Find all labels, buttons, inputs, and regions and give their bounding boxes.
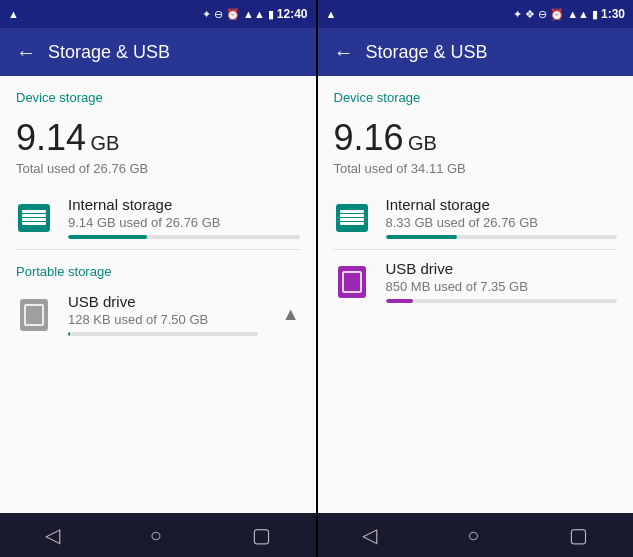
internal-storage-sub-1: 9.14 GB used of 26.76 GB <box>68 215 300 230</box>
usb-progress-fill-2 <box>386 299 414 303</box>
used-gb-unit-1: GB <box>91 132 120 154</box>
status-bar-2: ▲ ✦ ❖ ⊖ ⏰ ▲▲ ▮ 1:30 <box>318 0 634 28</box>
battery-icon-2: ▮ <box>592 8 598 21</box>
battery-icon-1: ▮ <box>268 8 274 21</box>
internal-storage-name-2: Internal storage <box>386 196 618 213</box>
internal-storage-info-2: Internal storage 8.33 GB used of 26.76 G… <box>386 196 618 239</box>
back-button-2[interactable]: ← <box>334 41 354 64</box>
nav-home-2[interactable]: ○ <box>467 524 479 547</box>
nav-recent-2[interactable]: ▢ <box>569 523 588 547</box>
usb-icon-shape-2 <box>338 266 366 298</box>
header-2: ← Storage & USB <box>318 28 634 76</box>
usb-drive-info-1: USB drive 128 KB used of 7.50 GB <box>68 293 258 336</box>
status-time-2: 1:30 <box>601 7 625 21</box>
status-icons-left-2: ▲ <box>326 8 337 20</box>
used-gb-unit-2: GB <box>408 132 437 154</box>
status-icons-right-2: ✦ ❖ ⊖ ⏰ ▲▲ ▮ 1:30 <box>513 7 625 21</box>
device-storage-label-1: Device storage <box>0 76 316 109</box>
usb-drive-icon-1 <box>16 297 52 333</box>
signal-bars-2: ▲▲ <box>567 8 589 20</box>
minus-icon-1: ⊖ <box>214 8 223 21</box>
dropbox-icon-2: ❖ <box>525 8 535 21</box>
total-used-2: Total used of 34.11 GB <box>318 159 634 186</box>
nav-recent-1[interactable]: ▢ <box>252 523 271 547</box>
used-gb-display-1: 9.14 GB <box>0 109 316 159</box>
internal-progress-bar-2 <box>386 235 618 239</box>
phone-panel-1: ▲ ✦ ⊖ ⏰ ▲▲ ▮ 12:40 ← Storage & USB Devic… <box>0 0 316 557</box>
usb-drive-icon-2 <box>334 264 370 300</box>
signal-icon-2: ▲ <box>326 8 337 20</box>
nav-back-1[interactable]: ◁ <box>45 523 60 547</box>
used-gb-number-2: 9.16 <box>334 117 404 158</box>
header-title-2: Storage & USB <box>366 42 488 63</box>
internal-icon-shape-1 <box>18 204 50 232</box>
device-storage-label-2: Device storage <box>318 76 634 109</box>
alarm-icon-1: ⏰ <box>226 8 240 21</box>
bluetooth-icon-2: ✦ <box>513 8 522 21</box>
usb-progress-bar-1 <box>68 332 258 336</box>
internal-storage-item-1[interactable]: Internal storage 9.14 GB used of 26.76 G… <box>0 186 316 249</box>
minus-icon-2: ⊖ <box>538 8 547 21</box>
back-button-1[interactable]: ← <box>16 41 36 64</box>
eject-icon-1[interactable]: ▲ <box>282 304 300 325</box>
nav-bar-2: ◁ ○ ▢ <box>318 513 634 557</box>
total-used-1: Total used of 26.76 GB <box>0 159 316 186</box>
internal-progress-bar-1 <box>68 235 300 239</box>
content-2: Device storage 9.16 GB Total used of 34.… <box>318 76 634 513</box>
status-time-1: 12:40 <box>277 7 308 21</box>
bluetooth-icon-1: ✦ <box>202 8 211 21</box>
usb-drive-item-2[interactable]: USB drive 850 MB used of 7.35 GB <box>318 250 634 313</box>
usb-drive-name-2: USB drive <box>386 260 618 277</box>
usb-drive-name-1: USB drive <box>68 293 258 310</box>
usb-drive-item-1[interactable]: USB drive 128 KB used of 7.50 GB ▲ <box>0 283 316 346</box>
usb-drive-info-2: USB drive 850 MB used of 7.35 GB <box>386 260 618 303</box>
used-gb-number-1: 9.14 <box>16 117 86 158</box>
usb-progress-fill-1 <box>68 332 70 336</box>
status-icons-right-1: ✦ ⊖ ⏰ ▲▲ ▮ 12:40 <box>202 7 307 21</box>
alarm-icon-2: ⏰ <box>550 8 564 21</box>
nav-back-2[interactable]: ◁ <box>362 523 377 547</box>
internal-storage-name-1: Internal storage <box>68 196 300 213</box>
usb-icon-shape-1 <box>20 299 48 331</box>
internal-storage-sub-2: 8.33 GB used of 26.76 GB <box>386 215 618 230</box>
usb-drive-sub-2: 850 MB used of 7.35 GB <box>386 279 618 294</box>
header-1: ← Storage & USB <box>0 28 316 76</box>
content-1: Device storage 9.14 GB Total used of 26.… <box>0 76 316 513</box>
usb-progress-bar-2 <box>386 299 618 303</box>
internal-storage-icon-2 <box>334 200 370 236</box>
used-gb-display-2: 9.16 GB <box>318 109 634 159</box>
internal-progress-fill-1 <box>68 235 147 239</box>
header-title-1: Storage & USB <box>48 42 170 63</box>
internal-icon-shape-2 <box>336 204 368 232</box>
internal-storage-item-2[interactable]: Internal storage 8.33 GB used of 26.76 G… <box>318 186 634 249</box>
usb-drive-sub-1: 128 KB used of 7.50 GB <box>68 312 258 327</box>
phone-panel-2: ▲ ✦ ❖ ⊖ ⏰ ▲▲ ▮ 1:30 ← Storage & USB Devi… <box>318 0 634 557</box>
nav-bar-1: ◁ ○ ▢ <box>0 513 316 557</box>
signal-bars-1: ▲▲ <box>243 8 265 20</box>
internal-storage-info-1: Internal storage 9.14 GB used of 26.76 G… <box>68 196 300 239</box>
internal-progress-fill-2 <box>386 235 458 239</box>
signal-icon-1: ▲ <box>8 8 19 20</box>
status-icons-left-1: ▲ <box>8 8 19 20</box>
nav-home-1[interactable]: ○ <box>150 524 162 547</box>
internal-storage-icon-1 <box>16 200 52 236</box>
status-bar-1: ▲ ✦ ⊖ ⏰ ▲▲ ▮ 12:40 <box>0 0 316 28</box>
portable-storage-label-1: Portable storage <box>0 250 316 283</box>
